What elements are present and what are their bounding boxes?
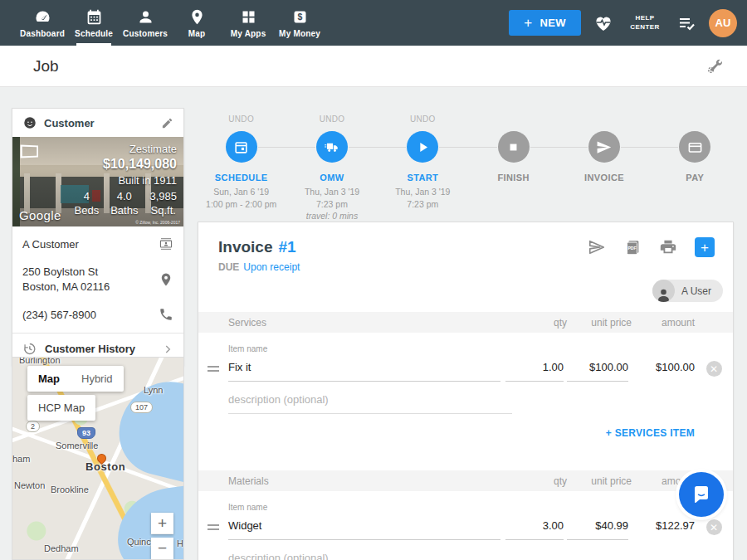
chevron-right-icon [162,343,173,355]
qty-input[interactable] [505,519,564,540]
map-label-somerville: Somerville [56,441,98,450]
map-pin-icon [188,8,206,26]
nav-tab-dashboard[interactable]: Dashboard [17,0,68,46]
user-silhouette-icon [652,280,675,302]
service-description-row [228,392,512,414]
nav-tab-my-apps[interactable]: My Apps [222,0,274,46]
chat-launcher-button[interactable] [679,472,724,517]
nav-tab-my-money[interactable]: $ My Money [274,0,325,46]
send-icon [596,139,612,155]
invoice-card: Invoice #1 PDF + DUEUpon receipt A Us [198,222,734,560]
step-label: OMW [320,173,344,183]
streetview-expand-icon[interactable] [21,144,38,158]
history-clock-icon [22,342,37,356]
location-pin-icon[interactable] [159,272,173,287]
map-label-dedham: Dedham [44,543,79,553]
description-input[interactable] [228,393,512,414]
item-name-input[interactable] [228,519,500,540]
description-input[interactable] [228,552,512,560]
unit-price-input[interactable] [567,519,628,540]
page-title: Job [33,57,59,75]
travel-time: travel: 0 mins [306,211,358,221]
step-label: START [407,173,438,183]
step-label: SCHEDULE [215,173,268,183]
add-services-item-link[interactable]: + SERVICES ITEM [606,427,695,439]
drag-handle[interactable] [198,366,228,382]
dashboard-icon [34,8,51,26]
remove-item-button[interactable]: ✕ [706,519,722,535]
start-step-button[interactable] [407,131,438,163]
zillow-copyright: © Zillow, Inc. 2006-2017 [135,220,180,225]
assigned-user-name: A User [681,285,711,297]
user-avatar[interactable]: AU [709,9,737,37]
due-value-link[interactable]: Upon receipt [243,261,300,273]
item-name-input[interactable] [228,361,500,382]
map-label-brookline: Brookline [51,485,89,494]
route-107-badge: 107 [130,402,153,413]
i93-badge: 93 [77,427,95,439]
page-header: Job [0,46,747,87]
remove-item-button[interactable]: ✕ [706,361,722,377]
property-streetview-photo[interactable]: Zestimate $10,149,080 Built in 1911 4Bed… [12,137,183,226]
omw-step-button[interactable] [316,131,348,163]
nav-tab-schedule[interactable]: Schedule [68,0,120,46]
add-invoice-button[interactable]: + [695,237,715,257]
pay-step-button[interactable] [679,131,710,163]
map-type-hybrid-button[interactable]: Hybrid [71,366,124,392]
invoice-step-button[interactable] [588,131,620,163]
schedule-icon [85,8,103,26]
schedule-step-button[interactable] [226,131,257,163]
google-logo: Google [19,208,61,222]
contact-card-icon[interactable] [159,236,173,251]
assigned-user-pill[interactable]: A User [652,280,723,302]
pdf-icon[interactable]: PDF [623,238,642,256]
built-year: Built in 1911 [75,174,177,187]
send-invoice-icon[interactable] [588,238,606,256]
drag-handle[interactable] [198,524,228,540]
customer-card-header: Customer [12,109,183,137]
unit-price-input[interactable] [567,361,628,382]
job-tools-icon[interactable] [706,57,724,75]
step-dates: Sun, Jan 6 '191:00 pm - 2:00 pm [206,186,276,210]
map-type-map-button[interactable]: Map [27,366,71,392]
unit-price-column-header: unit price [567,317,632,329]
nav-tab-label: My Money [279,29,320,38]
undo-start-link[interactable]: UNDO [410,114,436,126]
material-description-row [228,550,512,560]
health-heart-icon[interactable] [593,13,613,33]
undo-omw-link[interactable]: UNDO [320,114,345,126]
step-label: PAY [686,173,704,183]
map-widget[interactable]: Burlington Lynn 107 2 93 Somerville ham … [12,357,184,560]
print-icon[interactable] [659,238,677,256]
customer-name: A Customer [22,238,79,251]
help-center-label[interactable]: HELP CENTER [626,14,664,32]
invoice-header: Invoice #1 PDF + DUEUpon receipt [198,222,733,273]
nav-tab-label: Customers [123,29,168,38]
map-zoom-in-button[interactable]: + [151,513,173,534]
new-button-label: NEW [540,17,566,29]
finish-step-button[interactable] [498,131,530,163]
qty-column-header: qty [509,475,567,487]
line-amount: $100.00 [628,361,695,382]
qty-input[interactable] [505,361,564,382]
item-name-label: Item name [228,503,500,512]
phone-number: (234) 567-8900 [22,309,96,321]
sqft-label: Sq.ft. [149,204,177,218]
app-window: Dashboard Schedule Customers Map My Apps… [0,0,747,560]
undo-schedule-link[interactable]: UNDO [228,114,254,126]
nav-tab-map[interactable]: Map [171,0,222,46]
invoice-due-row: DUEUpon receipt [218,261,715,273]
new-button[interactable]: + NEW [509,10,581,36]
svg-text:$: $ [297,12,302,22]
task-list-icon[interactable] [676,13,696,33]
hcp-map-button[interactable]: HCP Map [27,395,95,421]
phone-icon[interactable] [159,307,173,322]
amount-column-header: amount [632,317,695,329]
materials-section-header: Materials qty unit price amount [198,470,733,491]
invoice-number[interactable]: #1 [278,238,295,256]
nav-tab-customers[interactable]: Customers [120,0,171,46]
beds-label: Beds [75,204,100,218]
zestimate-value: $10,149,080 [75,157,177,172]
edit-pencil-icon[interactable] [161,117,173,129]
map-zoom-out-button[interactable]: − [151,538,173,559]
